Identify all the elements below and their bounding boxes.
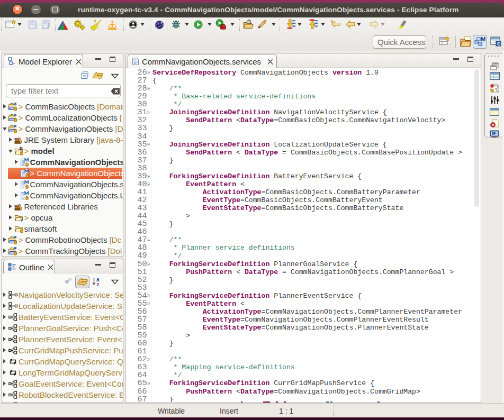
svg-text:?: ? xyxy=(20,218,23,223)
svg-text:M: M xyxy=(481,36,485,42)
svg-text:C: C xyxy=(497,41,501,47)
